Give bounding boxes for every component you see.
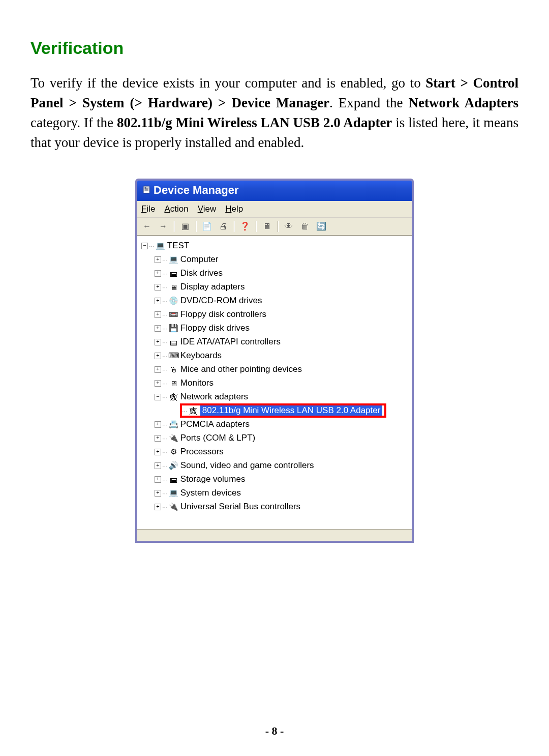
tree-icon[interactable]: ▣ (178, 220, 192, 233)
tree-connector: ··· (162, 352, 168, 360)
expand-icon[interactable]: + (155, 449, 161, 455)
show-hidden-icon[interactable]: 👁 (282, 220, 295, 233)
title-bar[interactable]: 🖥 Device Manager (137, 181, 412, 201)
computer-icon: 💻 (156, 241, 165, 250)
forward-icon[interactable]: → (157, 220, 170, 233)
expand-icon[interactable]: + (155, 380, 161, 387)
tree-node-label: DVD/CD-ROM drives (180, 296, 262, 306)
tree-connector: ··· (182, 407, 188, 415)
expand-icon[interactable]: + (155, 256, 161, 263)
status-bar (137, 529, 412, 541)
tree-node-label: Keyboards (180, 351, 222, 361)
menu-file[interactable]: File (141, 204, 155, 214)
device-tree[interactable]: − ··· 💻 TEST +···💻Computer+···🖴Disk driv… (137, 236, 412, 529)
device-category-icon: 🖥 (169, 282, 178, 292)
expand-icon[interactable]: + (155, 353, 161, 359)
separator (174, 221, 174, 232)
device-category-icon: 📇 (169, 420, 178, 429)
tree-node[interactable]: +···📇PCMCIA adapters (155, 418, 410, 431)
tree-connector: ··· (149, 242, 155, 250)
tree-node[interactable]: +···🖴Disk drives (155, 267, 410, 280)
expand-icon[interactable]: + (155, 339, 161, 345)
device-category-icon: 📼 (169, 310, 178, 319)
device-category-icon: 💻 (169, 488, 178, 498)
device-category-icon: ⌨ (169, 351, 178, 360)
tree-node[interactable]: +···💿DVD/CD-ROM drives (155, 294, 410, 308)
expand-icon[interactable]: + (155, 325, 161, 332)
tree-node[interactable]: +···🖥Display adapters (155, 280, 410, 294)
tree-connector: ··· (162, 366, 168, 373)
tree-connector: ··· (162, 462, 168, 470)
tree-child-node[interactable]: ···🕸802.11b/g Mini Wireless LAN USB 2.0 … (182, 404, 410, 418)
update-icon[interactable]: 🔄 (315, 220, 328, 233)
tree-node[interactable]: −···🕸Network adapters (155, 390, 410, 404)
tree-root[interactable]: − ··· 💻 TEST (141, 239, 410, 253)
network-adapter-icon: 🕸 (189, 406, 198, 415)
tree-node[interactable]: +···🔊Sound, video and game controllers (155, 459, 410, 473)
tree-node-label: Mice and other pointing devices (180, 364, 302, 374)
expand-icon[interactable]: + (155, 476, 161, 483)
tree-node[interactable]: +···⌨Keyboards (155, 349, 410, 363)
tree-node-label: IDE ATA/ATAPI controllers (180, 337, 281, 347)
tree-node[interactable]: +···💻Computer (155, 253, 410, 267)
tree-node[interactable]: +···🖴IDE ATA/ATAPI controllers (155, 335, 410, 349)
tree-connector: ··· (162, 421, 168, 428)
menu-help[interactable]: Help (225, 204, 243, 214)
expand-icon[interactable]: + (155, 298, 161, 304)
expand-icon[interactable]: + (155, 366, 161, 373)
collapse-icon[interactable]: − (155, 394, 161, 400)
expand-icon[interactable]: + (155, 284, 161, 290)
print-icon[interactable]: 🖨 (217, 220, 230, 233)
uninstall-icon[interactable]: 🗑 (298, 220, 312, 233)
separator (196, 221, 196, 232)
tree-node[interactable]: +···🔌Universal Serial Bus controllers (155, 500, 410, 514)
device-category-icon: 🖥 (169, 379, 178, 388)
tree-node-label: Computer (180, 254, 219, 265)
para-bold-2: Network Adapters (408, 95, 518, 110)
menu-bar: File Action View Help (137, 201, 412, 217)
device-category-icon: 🕸 (169, 392, 178, 401)
expand-icon[interactable]: + (155, 462, 161, 469)
tree-node-label: Storage volumes (180, 474, 246, 484)
highlighted-adapter-label: 802.11b/g Mini Wireless LAN USB 2.0 Adap… (200, 405, 383, 416)
tree-node[interactable]: +···📼Floppy disk controllers (155, 308, 410, 322)
properties-icon[interactable]: 📄 (200, 220, 214, 233)
para-mid1: . Expand the (329, 95, 408, 110)
device-category-icon: 🔌 (169, 502, 178, 511)
highlighted-adapter[interactable]: ···🕸802.11b/g Mini Wireless LAN USB 2.0 … (180, 403, 386, 418)
collapse-icon[interactable]: − (141, 243, 148, 249)
device-category-icon: 🖴 (169, 337, 178, 346)
expand-icon[interactable]: + (155, 490, 161, 497)
para-mid2: category. If the (30, 115, 117, 130)
back-icon[interactable]: ← (140, 220, 154, 233)
tree-node[interactable]: +···🖱Mice and other pointing devices (155, 363, 410, 376)
toolbar: ← → ▣ 📄 🖨 ❓ 🖥 👁 🗑 🔄 (137, 217, 412, 236)
tree-node[interactable]: +···🖥Monitors (155, 376, 410, 390)
expand-icon[interactable]: + (155, 311, 161, 318)
help-icon[interactable]: ❓ (238, 220, 252, 233)
tree-node[interactable]: +···💾Floppy disk drives (155, 322, 410, 335)
tree-connector: ··· (162, 448, 168, 456)
expand-icon[interactable]: + (155, 270, 161, 277)
expand-icon[interactable]: + (155, 435, 161, 442)
tree-node[interactable]: +···🖴Storage volumes (155, 473, 410, 486)
device-category-icon: 🖴 (169, 269, 178, 278)
tree-node-label: Monitors (180, 378, 214, 388)
expand-icon[interactable]: + (155, 421, 161, 428)
menu-view[interactable]: View (198, 204, 217, 214)
tree-connector: ··· (162, 270, 168, 277)
tree-connector: ··· (162, 338, 168, 346)
tree-node[interactable]: +···⚙Processors (155, 445, 410, 459)
menu-action[interactable]: Action (164, 204, 188, 214)
scan-icon[interactable]: 🖥 (260, 220, 273, 233)
tree-connector: ··· (162, 380, 168, 387)
tree-connector: ··· (162, 283, 168, 291)
tree-node-label: System devices (180, 488, 241, 498)
tree-node-label: Display adapters (180, 282, 245, 292)
page-number: - 8 - (0, 724, 549, 738)
tree-node[interactable]: +···🔌Ports (COM & LPT) (155, 431, 410, 445)
tree-node[interactable]: +···💻System devices (155, 486, 410, 500)
expand-icon[interactable]: + (155, 504, 161, 510)
device-category-icon: 🔊 (169, 461, 178, 470)
separator (278, 221, 278, 232)
